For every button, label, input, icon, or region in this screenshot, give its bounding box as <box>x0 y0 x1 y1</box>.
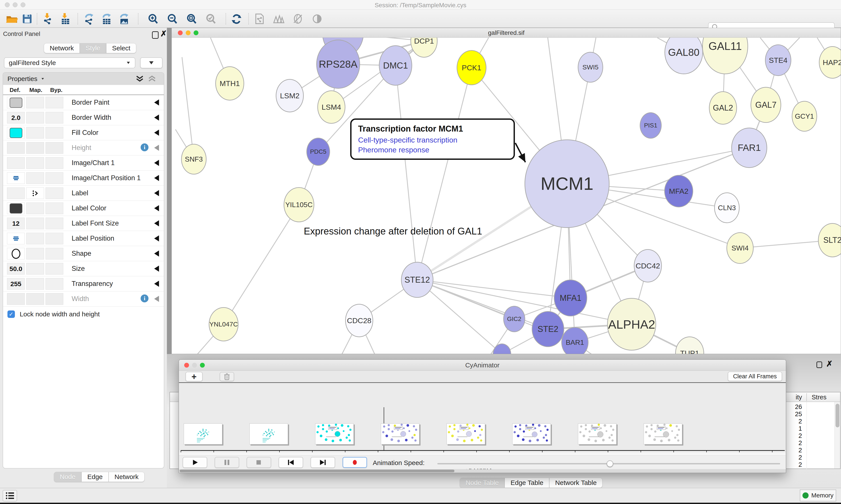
node-gic2[interactable]: GIC2 <box>503 306 525 332</box>
expand-property-icon[interactable] <box>154 266 159 272</box>
image-chart-1-def-cell[interactable] <box>7 157 25 169</box>
import-network-icon[interactable] <box>41 12 55 25</box>
node-lsm2[interactable]: LSM2 <box>276 79 304 112</box>
size-def-cell[interactable]: 50.0 <box>7 263 25 274</box>
close-panel-icon[interactable]: ✗ <box>826 360 833 367</box>
node-pck1[interactable]: PCK1 <box>457 50 486 85</box>
properties-header[interactable]: Properties <box>3 73 164 85</box>
expand-property-icon[interactable] <box>154 175 159 181</box>
lock-checkbox[interactable]: ✓ <box>7 310 15 318</box>
node-swi4[interactable]: SWI4 <box>727 232 754 264</box>
info-icon[interactable]: i <box>141 294 148 302</box>
node-gal7[interactable]: GAL7 <box>751 87 781 123</box>
close-panel-icon[interactable]: ✗ <box>160 30 167 37</box>
transparency-def-cell[interactable]: 255 <box>7 278 25 290</box>
node-cdc28[interactable]: CDC28 <box>345 304 373 337</box>
collapse-all-icon[interactable] <box>148 75 156 83</box>
expand-property-icon[interactable] <box>154 100 159 106</box>
contrast-icon[interactable] <box>310 12 324 25</box>
label-position-map-cell[interactable] <box>26 233 44 244</box>
node-yil105c[interactable]: YIL105C <box>284 187 314 222</box>
node-dcp1[interactable]: DCP1 <box>410 38 437 58</box>
refresh-icon[interactable] <box>230 12 244 25</box>
expand-property-icon[interactable] <box>154 145 159 151</box>
node-node_b[interactable] <box>493 343 511 354</box>
node-ynl047c[interactable]: YNL047C <box>209 307 238 341</box>
image-chart-1-byp-cell[interactable] <box>46 157 63 169</box>
style-select[interactable]: galFiltered Style <box>4 57 135 68</box>
style-options-button[interactable] <box>140 57 162 68</box>
height-map-cell[interactable] <box>26 142 44 154</box>
tab-style[interactable]: Style <box>80 43 106 53</box>
node-mfa2[interactable]: MFA2 <box>664 175 693 207</box>
expand-property-icon[interactable] <box>154 114 159 121</box>
label-font-size-byp-cell[interactable] <box>46 218 63 229</box>
node-ste4[interactable]: STE4 <box>765 44 791 76</box>
node-bar1[interactable]: BAR1 <box>561 327 589 354</box>
node-gal11[interactable]: GAL11 <box>702 38 748 74</box>
fill-color-def-cell[interactable] <box>7 127 25 139</box>
float-panel-icon[interactable] <box>152 31 159 39</box>
export-image-icon[interactable] <box>117 12 131 25</box>
expand-all-icon[interactable] <box>136 75 144 83</box>
export-table-icon[interactable] <box>100 12 113 25</box>
zoom-in-icon[interactable] <box>146 12 160 25</box>
width-map-cell[interactable] <box>26 293 44 305</box>
node-mth1[interactable]: MTH1 <box>215 66 244 101</box>
label-def-cell[interactable] <box>7 187 25 199</box>
task-history-button[interactable] <box>3 490 17 501</box>
network-window-titlebar[interactable]: galFiltered.sif <box>172 28 841 38</box>
play-button[interactable] <box>183 457 207 468</box>
tab-network[interactable]: Network <box>109 472 145 482</box>
open-session-icon[interactable] <box>5 12 19 25</box>
float-panel-icon[interactable] <box>817 361 822 368</box>
info-icon[interactable]: i <box>141 143 148 151</box>
add-frame-button[interactable]: + <box>185 372 202 381</box>
network-caption[interactable]: Expression change after deletion of GAL1 <box>304 226 482 237</box>
import-table-icon[interactable] <box>58 12 72 25</box>
column-divider[interactable] <box>806 393 807 401</box>
node-pdc5[interactable]: PDC5 <box>306 138 330 166</box>
expand-property-icon[interactable] <box>154 190 159 196</box>
timeline-scrollbar-thumb[interactable] <box>180 470 454 472</box>
node-far1[interactable]: FAR1 <box>731 128 767 168</box>
network-snapshot-icon[interactable] <box>252 12 266 25</box>
height-def-cell[interactable] <box>7 142 25 154</box>
tab-network-table[interactable]: Network Table <box>549 478 603 488</box>
node-dmc1[interactable]: DMC1 <box>379 45 412 86</box>
annotation-link[interactable]: Pheromone response <box>358 146 507 154</box>
tab-network[interactable]: Network <box>44 43 80 53</box>
label-font-size-def-cell[interactable]: 12 <box>7 218 25 229</box>
label-byp-cell[interactable] <box>46 187 63 199</box>
tab-node[interactable]: Node <box>54 472 82 482</box>
node-rps28a[interactable]: RPS28A <box>316 40 360 89</box>
border-paint-byp-cell[interactable] <box>46 97 63 108</box>
annotation-box[interactable]: Transcription factor MCM1 Cell-type-spec… <box>350 119 515 160</box>
expand-property-icon[interactable] <box>154 160 159 166</box>
size-byp-cell[interactable] <box>46 263 63 274</box>
transparency-map-cell[interactable] <box>26 278 44 290</box>
expand-property-icon[interactable] <box>154 220 159 227</box>
fill-color-byp-cell[interactable] <box>46 127 63 139</box>
tab-edge-table[interactable]: Edge Table <box>505 478 549 488</box>
tab-select[interactable]: Select <box>106 43 136 53</box>
node-alpha2[interactable]: ALPHA2 <box>607 298 656 350</box>
shape-map-cell[interactable] <box>26 248 44 259</box>
node-ste2[interactable]: STE2 <box>532 311 564 347</box>
record-button[interactable] <box>342 457 367 468</box>
memory-button[interactable]: Memory <box>800 489 836 501</box>
node-cln3[interactable]: CLN3 <box>714 193 739 223</box>
node-swi5[interactable]: SWI5 <box>578 52 603 83</box>
node-hap2[interactable]: HAP2 <box>819 46 841 78</box>
delete-frame-button[interactable] <box>220 372 234 381</box>
panel-divider[interactable] <box>167 28 172 354</box>
node-cdc42[interactable]: CDC42 <box>634 249 662 283</box>
save-session-icon[interactable] <box>20 12 34 25</box>
pause-button[interactable] <box>215 457 239 468</box>
label-color-map-cell[interactable] <box>26 202 44 214</box>
shape-def-cell[interactable] <box>7 248 25 259</box>
export-network-icon[interactable] <box>82 12 96 25</box>
border-paint-map-cell[interactable] <box>26 97 44 108</box>
label-color-def-cell[interactable] <box>7 202 25 214</box>
hide-details-icon[interactable] <box>291 12 305 25</box>
